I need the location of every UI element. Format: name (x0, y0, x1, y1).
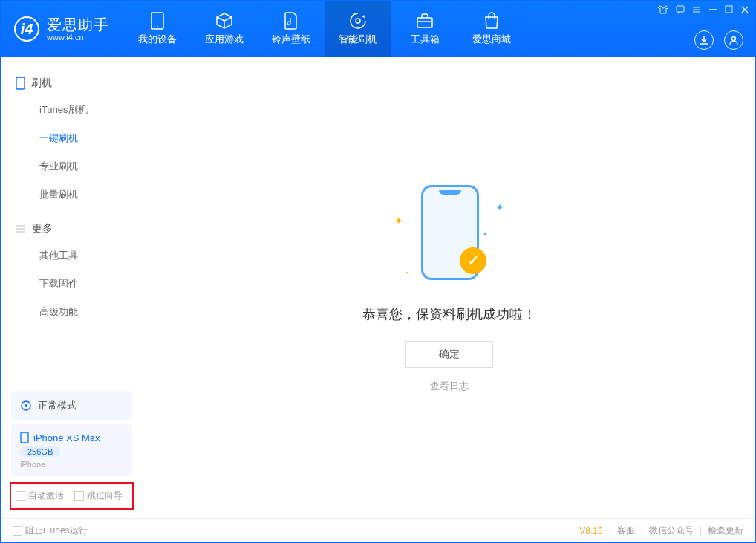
mode-box[interactable]: 正常模式 (11, 391, 132, 420)
nav-label: 工具箱 (411, 33, 440, 46)
user-button[interactable] (724, 30, 743, 50)
sparkle-icon: ✦ (394, 215, 403, 227)
logo-text: 爱思助手 www.i4.cn (47, 16, 109, 42)
checkbox-box (13, 526, 22, 536)
nav-toolbox[interactable]: 工具箱 (391, 1, 458, 57)
nav-flash[interactable]: 智能刷机 (325, 1, 391, 57)
sidebar-item-other-tools[interactable]: 其他工具 (1, 241, 143, 270)
checkbox-skip-guide[interactable]: 跳过向导 (74, 490, 123, 502)
app-site: www.i4.cn (47, 33, 109, 42)
device-box[interactable]: iPhone XS Max 256GB iPhone (11, 424, 132, 476)
toolbox-icon (416, 12, 434, 30)
app-title: 爱思助手 (47, 16, 109, 33)
svg-point-13 (732, 37, 736, 41)
sidebar-section-flash: 刷机 (1, 71, 143, 96)
app-window: i4 爱思助手 www.i4.cn 我的设备 应用游戏 (0, 0, 756, 543)
check-badge-icon: ✓ (460, 247, 486, 274)
checkbox-block-itunes[interactable]: 阻止iTunes运行 (13, 524, 88, 537)
sidebar-item-download-firmware[interactable]: 下载固件 (1, 270, 143, 298)
section-title: 更多 (32, 222, 53, 235)
success-message: 恭喜您，保资料刷机成功啦！ (362, 305, 536, 323)
header: i4 爱思助手 www.i4.cn 我的设备 应用游戏 (1, 1, 755, 57)
mode-icon (20, 400, 32, 412)
cube-icon (215, 12, 233, 30)
download-button[interactable] (694, 30, 714, 50)
device-name-row: iPhone XS Max (20, 432, 123, 443)
view-log-link[interactable]: 查看日志 (430, 380, 469, 393)
sparkle-icon: • (406, 269, 408, 276)
menu-icon[interactable] (692, 5, 701, 14)
nav-label: 智能刷机 (339, 33, 377, 46)
section-title: 刷机 (31, 77, 52, 90)
device-name: iPhone XS Max (33, 432, 100, 443)
sidebar-bottom: 正常模式 iPhone XS Max 256GB iPhone 自动激活 (1, 387, 143, 518)
footer-right: V8.16 | 客服 | 微信公众号 | 检查更新 (579, 524, 743, 537)
sidebar-section-more: 更多 (1, 216, 143, 241)
footer: 阻止iTunes运行 V8.16 | 客服 | 微信公众号 | 检查更新 (1, 518, 755, 542)
checkbox-label: 自动激活 (28, 490, 64, 502)
nav-apps[interactable]: 应用游戏 (191, 1, 258, 57)
svg-point-1 (157, 26, 158, 27)
sparkle-icon: ✦ (483, 231, 488, 238)
nav-label: 铃声壁纸 (272, 33, 310, 46)
nav-label: 应用游戏 (205, 33, 244, 46)
sidebar-item-pro-flash[interactable]: 专业刷机 (1, 152, 143, 181)
svg-rect-10 (726, 6, 732, 13)
nav-label: 爱思商城 (472, 33, 511, 46)
bag-icon (483, 12, 501, 30)
success-illustration: ✓ ✦ ✦ ✦ • (390, 183, 509, 287)
footer-link-wechat[interactable]: 微信公众号 (649, 524, 694, 537)
sidebar-item-itunes-flash[interactable]: iTunes刷机 (1, 96, 143, 124)
separator: | (609, 526, 611, 536)
svg-point-19 (25, 404, 27, 407)
checkbox-auto-activate[interactable]: 自动激活 (16, 490, 64, 502)
svg-rect-5 (677, 6, 684, 12)
mode-label: 正常模式 (38, 399, 76, 412)
minimize-button[interactable] (708, 5, 717, 14)
nav: 我的设备 应用游戏 铃声壁纸 智能刷机 (124, 1, 525, 57)
separator: | (700, 526, 702, 536)
shirt-icon[interactable] (658, 5, 668, 14)
sidebar-item-oneclick-flash[interactable]: 一键刷机 (1, 124, 143, 152)
sidebar-item-batch-flash[interactable]: 批量刷机 (1, 181, 143, 209)
phone-small-icon (16, 77, 25, 90)
device-type: iPhone (20, 460, 123, 469)
feedback-icon[interactable] (676, 5, 685, 14)
checkbox-label: 阻止iTunes运行 (25, 524, 88, 537)
nav-my-device[interactable]: 我的设备 (124, 1, 191, 57)
sidebar: 刷机 iTunes刷机 一键刷机 专业刷机 批量刷机 更多 其他工具 下载固件 … (1, 57, 143, 518)
header-right-buttons (694, 30, 743, 50)
checkbox-box (74, 491, 84, 501)
svg-point-2 (356, 19, 360, 23)
main-content: ✓ ✦ ✦ ✦ • 恭喜您，保资料刷机成功啦！ 确定 查看日志 (143, 57, 755, 518)
ok-button[interactable]: 确定 (405, 341, 493, 368)
device-icon (149, 12, 166, 30)
version-label: V8.16 (579, 526, 602, 536)
music-file-icon (282, 12, 300, 30)
nav-label: 我的设备 (138, 33, 177, 46)
device-capacity: 256GB (20, 446, 60, 457)
nav-store[interactable]: 爱思商城 (458, 1, 525, 57)
footer-link-update[interactable]: 检查更新 (708, 524, 743, 537)
footer-left: 阻止iTunes运行 (13, 524, 88, 537)
sidebar-item-advanced[interactable]: 高级功能 (1, 298, 143, 326)
body: 刷机 iTunes刷机 一键刷机 专业刷机 批量刷机 更多 其他工具 下载固件 … (1, 57, 755, 518)
close-button[interactable] (740, 5, 749, 14)
sparkle-icon: ✦ (495, 201, 504, 213)
logo-block: i4 爱思助手 www.i4.cn (1, 1, 124, 57)
maximize-button[interactable] (725, 5, 733, 14)
checkbox-label: 跳过向导 (87, 490, 123, 502)
svg-rect-20 (21, 432, 28, 443)
device-phone-icon (20, 432, 29, 443)
separator: | (641, 526, 643, 536)
window-controls-top (658, 5, 749, 14)
checkbox-box (16, 491, 25, 501)
checkbox-row-highlighted: 自动激活 跳过向导 (10, 482, 134, 510)
list-icon (16, 224, 26, 233)
footer-link-support[interactable]: 客服 (617, 524, 635, 537)
svg-rect-14 (16, 77, 25, 89)
logo-icon: i4 (14, 16, 39, 42)
refresh-shield-icon (349, 12, 367, 30)
nav-ringtones[interactable]: 铃声壁纸 (258, 1, 325, 57)
svg-rect-3 (417, 18, 432, 27)
